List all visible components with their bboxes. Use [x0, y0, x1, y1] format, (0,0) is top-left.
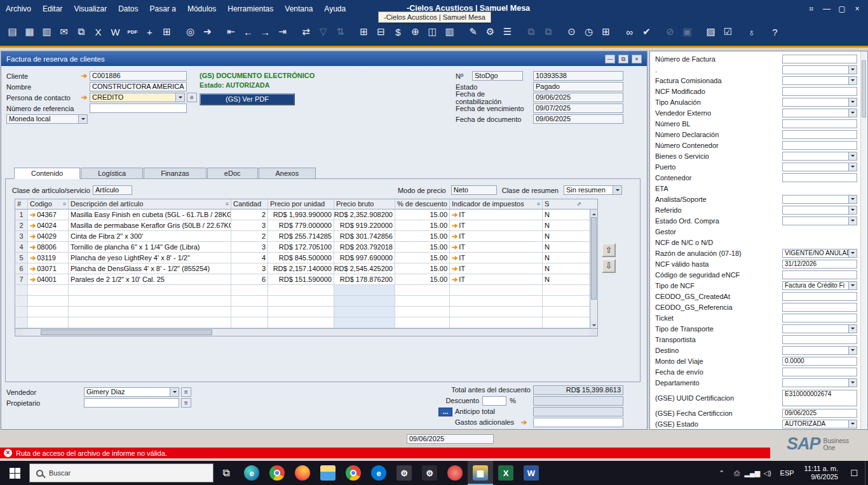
tax-indicator-cell[interactable]: ➔ IT — [450, 253, 543, 263]
invoice-window-titlebar[interactable]: Factura de reserva de clientes —⧉× — [1, 51, 647, 66]
nombre-field[interactable]: CONSTRUCTORA AMERICA SRL — [90, 82, 187, 91]
action-center-icon[interactable]: ☐ — [843, 468, 865, 478]
unit-price-cell[interactable]: RD$ 2,157.140000 — [268, 263, 334, 274]
excel-icon[interactable]: X — [493, 461, 519, 485]
minimize-button[interactable]: — — [821, 4, 832, 13]
goto-icon[interactable]: ➔ — [199, 23, 216, 41]
item-code-cell[interactable]: ➔ 04001 — [28, 274, 69, 284]
item-code-cell[interactable]: ➔ 04024 — [28, 220, 69, 230]
link-arrow-icon[interactable]: ➔ — [30, 263, 36, 274]
referencia-field[interactable] — [90, 103, 187, 113]
column-filter-icon[interactable]: ≡ — [63, 199, 66, 209]
tax-indicator-cell[interactable]: ➔ IT — [450, 274, 543, 284]
menu-item[interactable]: Editar — [37, 0, 68, 18]
close-button[interactable]: × — [632, 55, 642, 63]
edit-icon[interactable]: ✎ — [465, 23, 482, 41]
column-filter-icon[interactable]: ⇗ — [576, 199, 581, 209]
unit-price-cell[interactable] — [268, 307, 334, 317]
table-row[interactable] — [15, 307, 597, 317]
udf-field[interactable]: Factura de Crédito Fi — [782, 281, 857, 290]
unit-price-cell[interactable]: RD$ 845.500000 — [268, 253, 334, 263]
tax-indicator-cell[interactable]: ➔ IT — [450, 209, 543, 220]
tax-indicator-cell[interactable] — [450, 307, 543, 317]
table-row[interactable] — [15, 296, 597, 307]
tab[interactable]: Logística — [81, 168, 143, 179]
item-code-cell[interactable] — [28, 285, 69, 295]
tax-indicator-cell[interactable] — [450, 317, 543, 328]
filter-icon[interactable]: ▽ — [315, 23, 332, 41]
item-code-cell[interactable]: ➔ 03119 — [28, 253, 69, 263]
extra-cell[interactable] — [543, 296, 583, 306]
unit-price-cell[interactable]: RD$ 779.000000 — [268, 220, 334, 230]
gross-price-cell[interactable]: RD$ 2,545.425200 — [334, 263, 395, 274]
scrollbar-thumb[interactable] — [41, 329, 212, 335]
quantity-cell[interactable]: 2 — [231, 231, 268, 241]
udf-field[interactable] — [782, 141, 857, 150]
link-arrow-icon[interactable]: ➔ — [452, 274, 458, 284]
udf-field[interactable] — [782, 292, 857, 301]
discount-cell[interactable]: 15.00 — [395, 209, 450, 220]
gross-price-cell[interactable]: RD$ 2,352.908200 — [334, 209, 395, 220]
unit-price-cell[interactable]: RD$ 151.590000 — [268, 274, 334, 284]
table-horizontal-scrollbar[interactable] — [15, 328, 598, 336]
print-icon[interactable]: ▦ — [21, 23, 38, 41]
udf-field[interactable] — [782, 130, 857, 139]
clase-articulo-field[interactable]: Artículo — [93, 185, 132, 195]
scrollbar-thumb[interactable] — [862, 60, 866, 117]
item-description-cell[interactable]: Tornillo de plancha 6" x 1 1/4" Gde (Lib… — [69, 242, 231, 252]
row-number[interactable]: 5 — [15, 253, 28, 263]
row-number[interactable]: 2 — [15, 220, 28, 230]
link-arrow-icon[interactable]: ➔ — [452, 253, 458, 263]
gross-price-cell[interactable]: RD$ 178.876200 — [334, 274, 395, 284]
unit-price-cell[interactable]: RD$ 172.705100 — [268, 242, 334, 252]
clase-resumen-dropdown[interactable]: Sin resumen — [564, 185, 622, 195]
sap-b1-icon[interactable]: ▦ — [468, 461, 493, 485]
row-number[interactable] — [15, 296, 28, 306]
chart-icon[interactable]: ▨ — [702, 23, 719, 41]
link-arrow-icon[interactable]: ➔ — [30, 231, 36, 241]
related-docs-alt-icon[interactable]: ⧉ — [539, 23, 557, 41]
contacto-dropdown[interactable]: CREDITO — [90, 93, 185, 102]
export-excel-icon[interactable]: X — [90, 23, 107, 41]
lock-icon[interactable]: ⊘ — [661, 23, 679, 41]
gross-price-cell[interactable] — [334, 317, 395, 328]
fecha-documento-field[interactable]: 09/06/2025 — [533, 114, 623, 124]
item-code-cell[interactable] — [28, 307, 69, 317]
column-header[interactable]: Descripción del artículo ≡ — [69, 199, 231, 209]
discount-cell[interactable]: 15.00 — [395, 242, 450, 252]
chrome-profile-icon[interactable] — [341, 461, 366, 485]
crystal-reports-icon[interactable] — [442, 461, 468, 485]
recurring-transactions-icon[interactable]: ◷ — [580, 23, 597, 41]
item-description-cell[interactable] — [69, 317, 231, 328]
item-code-cell[interactable]: ➔ 03071 — [28, 263, 69, 274]
udf-field[interactable] — [782, 378, 857, 387]
task-view-button[interactable]: ⧉ — [214, 461, 239, 485]
link-arrow-icon[interactable]: ➔ — [452, 242, 458, 252]
item-description-cell[interactable] — [69, 285, 231, 295]
keyboard-layout-icon[interactable]: ⌗ — [806, 4, 817, 13]
quantity-cell[interactable] — [231, 296, 268, 306]
udf-field[interactable] — [782, 173, 857, 182]
quantity-cell[interactable]: 3 — [231, 263, 268, 274]
discount-cell[interactable]: 15.00 — [395, 274, 450, 284]
table-row[interactable] — [15, 285, 597, 296]
udf-field[interactable]: VIGENTE/NO ANULAD — [782, 249, 857, 258]
udf-field[interactable] — [782, 65, 857, 74]
udf-field[interactable]: AUTORIZADA — [782, 420, 857, 429]
quantity-cell[interactable] — [231, 317, 268, 328]
close-button[interactable]: × — [851, 4, 863, 13]
udf-scrollbar[interactable] — [860, 51, 867, 429]
discount-cell[interactable]: 15.00 — [395, 220, 450, 230]
payment-wizard-icon[interactable]: ⊙ — [563, 23, 580, 41]
unit-price-cell[interactable]: RD$ 1,993.990000 — [268, 209, 334, 220]
gear-alt-icon[interactable]: ⚙ — [417, 461, 442, 485]
last-record-icon[interactable]: ⇥ — [274, 23, 291, 41]
discount-cell[interactable] — [395, 307, 450, 317]
udf-field[interactable] — [782, 314, 857, 322]
table-row[interactable]: 4 ➔ 08006 Tornillo de plancha 6" x 1 1/4… — [15, 242, 597, 253]
move-icon[interactable]: + — [141, 23, 158, 41]
row-number[interactable] — [15, 307, 28, 317]
udf-field[interactable] — [782, 195, 857, 204]
item-code-cell[interactable] — [28, 296, 69, 306]
file-explorer-icon[interactable] — [315, 461, 341, 485]
